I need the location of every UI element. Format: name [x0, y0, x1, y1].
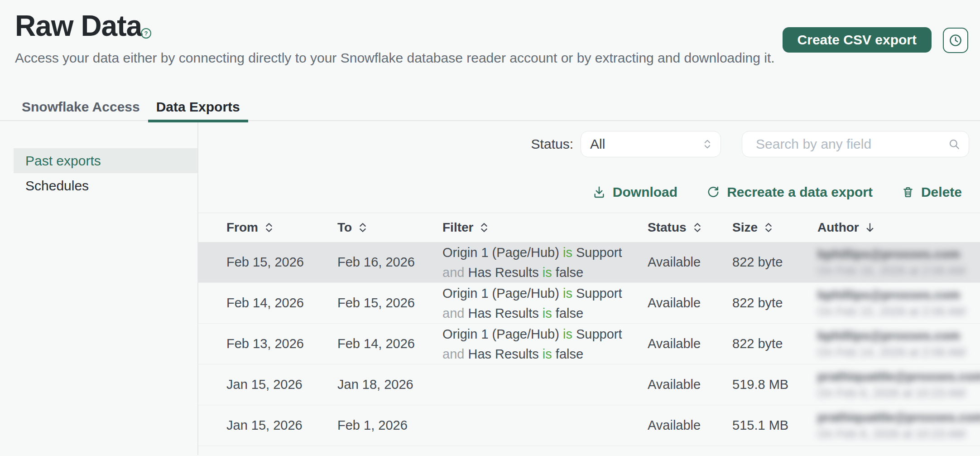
author-email: prathiquattle@proxxes.com	[817, 368, 980, 385]
cell-status: Available	[648, 255, 732, 270]
cell-from: Feb 14, 2026	[226, 296, 337, 310]
cell-author-blurred: prathiquattle@proxxes.comOn Feb 6, 2026 …	[817, 368, 980, 402]
filter-line: Origin 1 (Page/Hub) is Support	[442, 324, 648, 344]
filter-token: is	[559, 327, 572, 341]
column-header-from[interactable]: From	[226, 220, 337, 235]
status-select[interactable]: All	[581, 131, 721, 157]
column-header-to[interactable]: To	[337, 220, 442, 235]
table-header: FromToFilterStatusSizeAuthor	[198, 213, 980, 242]
column-header-author[interactable]: Author	[817, 220, 980, 235]
sidebar-item-label: Schedules	[25, 178, 89, 194]
filter-token: and	[442, 347, 464, 361]
cell-status: Available	[648, 377, 732, 392]
cell-author-blurred: bphillips@proxxes.comOn Feb 16, 2026 at …	[817, 246, 980, 279]
cell-filter: Origin 1 (Page/Hub) is Supportand Has Re…	[442, 283, 648, 323]
filter-token: Support	[572, 327, 622, 341]
sort-desc-icon	[865, 222, 874, 233]
filter-line: and Has Results is false	[442, 303, 648, 323]
tab-snowflake-access[interactable]: Snowflake Access	[14, 93, 148, 121]
cell-to: Feb 16, 2026	[337, 255, 442, 270]
table-row[interactable]: Feb 14, 2026Feb 15, 2026Origin 1 (Page/H…	[198, 283, 980, 324]
content-area: Past exportsSchedules Status: All	[0, 121, 980, 455]
column-label: Size	[732, 220, 758, 235]
recreate-a-data-export-button[interactable]: Recreate a data export	[706, 184, 873, 200]
create-csv-export-button[interactable]: Create CSV export	[783, 27, 932, 53]
cell-from: Feb 13, 2026	[226, 336, 337, 351]
cell-status: Available	[648, 296, 732, 310]
cell-to: Jan 18, 2026	[337, 377, 442, 392]
sort-icon	[480, 222, 489, 233]
filter-token: and	[442, 306, 464, 320]
download-icon	[592, 185, 606, 199]
page-title: Raw Data	[15, 9, 142, 43]
help-icon[interactable]: ?	[141, 28, 151, 39]
cell-size: 822 byte	[732, 296, 817, 310]
filter-line: Origin 1 (Page/Hub) is Support	[442, 243, 648, 262]
sidebar: Past exportsSchedules	[0, 121, 198, 455]
author-email: bphillips@proxxes.com	[817, 286, 980, 303]
sort-icon	[693, 222, 702, 233]
sidebar-item-label: Past exports	[25, 153, 101, 169]
action-label: Delete	[921, 184, 962, 200]
cell-size: 515.1 MB	[732, 418, 817, 433]
filter-token: false	[552, 265, 583, 280]
delete-button[interactable]: Delete	[902, 184, 962, 200]
tab-data-exports[interactable]: Data Exports	[148, 94, 248, 122]
filter-token: false	[552, 306, 583, 320]
schedule-export-button[interactable]	[943, 28, 968, 53]
filter-token: Origin 1 (Page/Hub)	[442, 286, 559, 301]
sort-icon	[358, 222, 367, 233]
author-timestamp: On Feb 16, 2026 at 2:06 AM	[817, 262, 980, 279]
action-label: Download	[613, 184, 677, 200]
cell-status: Available	[648, 336, 732, 351]
search-input[interactable]	[742, 131, 969, 157]
column-label: Status	[648, 220, 687, 235]
author-email: prathiquattle@proxxes.com	[817, 409, 980, 426]
table-actions: DownloadRecreate a data exportDelete	[592, 184, 962, 200]
sidebar-item-past-exports[interactable]: Past exports	[14, 148, 197, 173]
status-filter-label: Status:	[531, 136, 573, 152]
table-row[interactable]: Jan 15, 2026Feb 1, 2026Available515.1 MB…	[198, 405, 980, 446]
table-row[interactable]: Jan 15, 2026Jan 18, 2026Available519.8 M…	[198, 364, 980, 405]
column-header-size[interactable]: Size	[732, 220, 817, 235]
column-label: From	[226, 220, 258, 235]
column-header-filter[interactable]: Filter	[442, 220, 648, 235]
filter-token: Has Results	[464, 265, 538, 280]
column-label: Author	[817, 220, 859, 235]
cell-filter: Origin 1 (Page/Hub) is Supportand Has Re…	[442, 243, 648, 282]
column-header-status[interactable]: Status	[648, 220, 732, 235]
table-body: Feb 15, 2026Feb 16, 2026Origin 1 (Page/H…	[198, 242, 980, 446]
filter-token: is	[539, 265, 552, 280]
cell-size: 519.8 MB	[732, 377, 817, 392]
page-header: Raw Data ? Access your data either by co…	[0, 0, 980, 93]
author-email: bphillips@proxxes.com	[817, 327, 980, 344]
filter-token: and	[442, 265, 464, 280]
filter-line: and Has Results is false	[442, 262, 648, 282]
filter-token: is	[559, 245, 572, 260]
cell-status: Available	[648, 418, 732, 433]
filter-token: Support	[572, 286, 622, 301]
download-button[interactable]: Download	[592, 184, 677, 200]
filter-line: and Has Results is false	[442, 344, 648, 364]
filter-line: Origin 1 (Page/Hub) is Support	[442, 283, 648, 303]
table-row[interactable]: Feb 13, 2026Feb 14, 2026Origin 1 (Page/H…	[198, 324, 980, 364]
author-timestamp: On Feb 6, 2026 at 10:23 AM	[817, 426, 980, 442]
cell-from: Feb 15, 2026	[226, 255, 337, 270]
status-select-value: All	[590, 136, 605, 152]
author-email: bphillips@proxxes.com	[817, 246, 980, 262]
cell-to: Feb 15, 2026	[337, 296, 442, 310]
cell-author-blurred: prathiquattle@proxxes.comOn Feb 6, 2026 …	[817, 409, 980, 442]
sidebar-item-schedules[interactable]: Schedules	[14, 173, 197, 198]
table-row[interactable]: Feb 15, 2026Feb 16, 2026Origin 1 (Page/H…	[198, 242, 980, 283]
cell-filter: Origin 1 (Page/Hub) is Supportand Has Re…	[442, 324, 648, 364]
cell-from: Jan 15, 2026	[226, 418, 337, 433]
filter-token: Support	[572, 245, 622, 260]
cell-from: Jan 15, 2026	[226, 377, 337, 392]
filter-token: false	[552, 347, 583, 361]
filter-token: Origin 1 (Page/Hub)	[442, 245, 559, 260]
cell-size: 822 byte	[732, 336, 817, 351]
filter-token: Has Results	[464, 347, 538, 361]
clock-icon	[948, 33, 963, 48]
trash-icon	[902, 186, 914, 199]
raw-data-page: Raw Data ? Access your data either by co…	[0, 0, 980, 456]
